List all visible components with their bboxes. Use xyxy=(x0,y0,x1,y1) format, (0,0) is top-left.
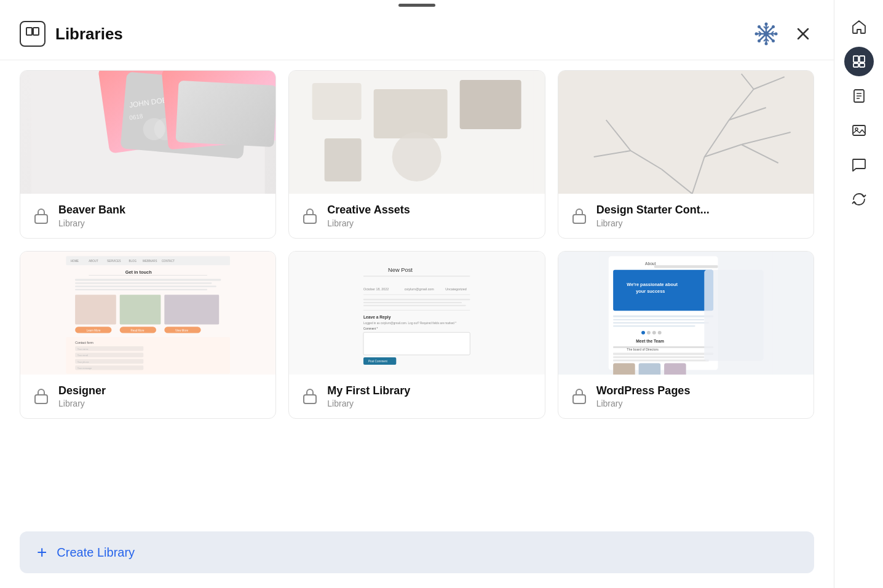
svg-text:Logged in as cstylurn@gmail.co: Logged in as cstylurn@gmail.com. Log out… xyxy=(363,322,456,325)
svg-text:Learn More: Learn More xyxy=(87,328,101,332)
svg-rect-134 xyxy=(860,56,865,62)
svg-point-9 xyxy=(775,33,778,36)
svg-rect-127 xyxy=(613,359,709,361)
card-type: Library xyxy=(596,399,691,408)
svg-text:ABOUT: ABOUT xyxy=(89,260,98,263)
svg-point-14 xyxy=(764,31,769,36)
svg-text:Leave a Reply: Leave a Reply xyxy=(363,314,391,319)
card-preview-designer: HOME ABOUT SERVICES BLOG WEBINARS CONTAC… xyxy=(20,252,275,375)
svg-text:cstylurn@gmail.com: cstylurn@gmail.com xyxy=(405,287,435,291)
svg-rect-88 xyxy=(35,395,47,403)
page-title: Libraries xyxy=(55,25,123,44)
grid-area: JOHN DOE 0618 xyxy=(0,60,834,531)
lock-icon xyxy=(571,207,588,224)
library-card-beaver-bank[interactable]: JOHN DOE 0618 xyxy=(20,70,276,239)
card-text-area: Designer Library xyxy=(20,375,275,419)
lock-icon xyxy=(33,207,50,224)
lock-icon xyxy=(571,387,588,405)
svg-text:Your name: Your name xyxy=(77,348,89,351)
card-text-area: Beaver Bank Library xyxy=(20,194,275,238)
lock-icon xyxy=(301,387,319,405)
sidebar-sync-button[interactable] xyxy=(844,185,874,214)
svg-rect-68 xyxy=(75,288,207,290)
svg-text:Uncategorized: Uncategorized xyxy=(446,287,467,291)
svg-rect-103 xyxy=(363,332,470,355)
scroll-bar xyxy=(398,4,435,7)
svg-rect-32 xyxy=(35,215,47,223)
card-name: Creative Assets xyxy=(327,204,410,217)
svg-point-11 xyxy=(772,39,775,42)
svg-point-10 xyxy=(758,25,761,28)
sidebar-home-button[interactable] xyxy=(844,12,874,42)
svg-text:Get in touch: Get in touch xyxy=(125,269,152,274)
svg-rect-135 xyxy=(853,63,858,67)
svg-text:October 18, 2022: October 18, 2022 xyxy=(363,287,389,291)
card-type: Library xyxy=(596,218,710,228)
card-name: WordPress Pages xyxy=(596,384,691,398)
close-button[interactable] xyxy=(792,23,814,45)
card-preview-design-starter xyxy=(558,71,814,194)
library-card-designer[interactable]: HOME ABOUT SERVICES BLOG WEBINARS CONTAC… xyxy=(20,251,276,419)
svg-rect-98 xyxy=(363,304,466,306)
svg-text:Your message: Your message xyxy=(77,367,92,370)
svg-text:Your email: Your email xyxy=(77,354,88,357)
library-card-creative-assets[interactable]: Creative Assets Library xyxy=(288,70,545,239)
svg-rect-116 xyxy=(613,322,709,323)
card-preview-beaver-bank: JOHN DOE 0618 xyxy=(20,71,275,194)
app-logo xyxy=(20,21,46,47)
svg-point-37 xyxy=(392,132,442,181)
card-name: My First Library xyxy=(327,384,410,398)
svg-rect-0 xyxy=(26,28,32,35)
library-grid: JOHN DOE 0618 xyxy=(20,70,814,419)
library-card-my-first-library[interactable]: New Post October 18, 2022 cstylurn@gmail… xyxy=(288,251,545,419)
svg-text:Read More: Read More xyxy=(131,328,145,332)
card-name: Beaver Bank xyxy=(58,204,125,217)
svg-rect-128 xyxy=(613,363,635,375)
header-right xyxy=(753,20,814,47)
svg-rect-132 xyxy=(573,395,585,403)
sidebar-comments-button[interactable] xyxy=(844,150,874,180)
svg-rect-109 xyxy=(654,265,718,268)
svg-text:SERVICES: SERVICES xyxy=(107,260,121,263)
create-plus-icon: + xyxy=(37,544,47,561)
lock-icon xyxy=(33,387,50,405)
snowflake-icon xyxy=(753,20,780,47)
card-info: Creative Assets Library xyxy=(327,204,410,228)
svg-rect-114 xyxy=(613,315,713,317)
sidebar-media-button[interactable] xyxy=(844,116,874,145)
card-name: Designer xyxy=(58,384,106,398)
svg-point-13 xyxy=(758,39,761,42)
svg-text:Post Comment: Post Comment xyxy=(368,360,387,363)
svg-text:Meet the Team: Meet the Team xyxy=(636,339,664,343)
card-text-area: Creative Assets Library xyxy=(289,194,544,238)
svg-point-120 xyxy=(652,330,656,334)
library-card-design-starter[interactable]: Design Starter Cont... Library xyxy=(558,70,814,239)
svg-point-119 xyxy=(647,330,651,334)
svg-text:The board of Directors: The board of Directors xyxy=(627,348,659,351)
svg-rect-34 xyxy=(312,83,362,120)
svg-rect-39 xyxy=(304,215,316,223)
svg-text:BLOG: BLOG xyxy=(129,260,137,263)
header: Libraries xyxy=(0,8,834,60)
card-info: Beaver Bank Library xyxy=(58,204,125,228)
svg-rect-126 xyxy=(613,356,704,358)
create-library-bar[interactable]: + Create Library xyxy=(20,531,814,573)
card-info: Designer Library xyxy=(58,384,106,409)
sidebar-pages-button[interactable] xyxy=(844,81,874,111)
library-card-wordpress-pages[interactable]: About We're passionate about your succes… xyxy=(558,251,814,419)
svg-point-12 xyxy=(772,25,775,28)
svg-text:We're passionate about: We're passionate about xyxy=(627,281,678,287)
main-content: Libraries xyxy=(0,0,834,588)
svg-rect-133 xyxy=(853,56,858,62)
svg-text:HOME: HOME xyxy=(71,260,79,263)
svg-rect-71 xyxy=(164,295,219,324)
svg-text:View More: View More xyxy=(175,328,188,332)
sidebar-libraries-button[interactable] xyxy=(844,47,874,76)
svg-rect-54 xyxy=(573,215,585,223)
svg-point-118 xyxy=(641,330,645,334)
card-preview-my-first-library: New Post October 18, 2022 cstylurn@gmail… xyxy=(289,252,544,375)
svg-text:New Post: New Post xyxy=(388,267,413,273)
svg-point-8 xyxy=(755,33,758,36)
card-type: Library xyxy=(58,399,106,408)
svg-rect-66 xyxy=(75,282,212,284)
